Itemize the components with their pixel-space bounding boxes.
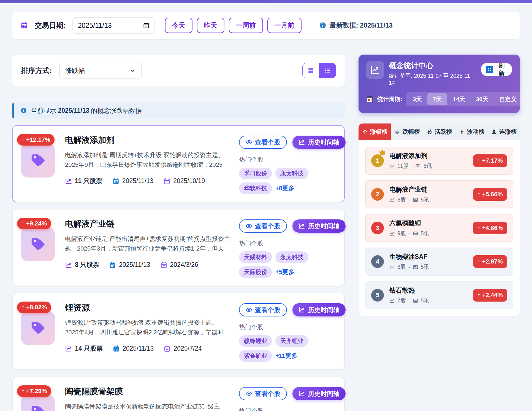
hot-stock-tag[interactable]: 孚日股份 bbox=[239, 168, 272, 179]
ranking-list: 1 电解液添加剂 11股 · 5讯 ↑ +7.17% bbox=[359, 140, 520, 316]
hot-stock-tag[interactable]: 紫金矿业 bbox=[239, 350, 272, 362]
period-option[interactable]: 3天 bbox=[407, 93, 427, 105]
concept-thumbnail bbox=[21, 395, 55, 411]
grid-view-button[interactable] bbox=[303, 63, 319, 78]
ranking-item[interactable]: 1 电解液添加剂 11股 · 5讯 ↑ +7.17% bbox=[365, 147, 513, 175]
rank-change-value: +2.44% bbox=[482, 292, 503, 299]
chart-line-icon bbox=[389, 264, 395, 270]
concept-card-actions: 查看个股 历史时间轴 热门个股 星源材质佛塑科技东峰集团+5更多 bbox=[239, 385, 336, 411]
rank-stock-count: 8股 bbox=[397, 263, 406, 271]
update-date-stat: 2025/11/13 bbox=[109, 261, 150, 268]
concept-thumbnail bbox=[21, 311, 55, 345]
concept-card-left: ↑ +12.17% bbox=[21, 133, 57, 194]
up-arrow-icon: ↑ bbox=[477, 191, 481, 198]
chart-line-icon bbox=[65, 178, 72, 185]
ranking-item[interactable]: 3 六氟磷酸锂 9股 · 5讯 ↑ +4.86% bbox=[365, 214, 513, 242]
hot-stock-tag[interactable]: 天齐锂业 bbox=[275, 335, 308, 347]
refresh-icon bbox=[486, 66, 493, 73]
stock-count-stat: 11 只股票 bbox=[65, 177, 102, 185]
create-date-stat: 2025/10/19 bbox=[163, 177, 205, 185]
rank-stock-count: 8股 bbox=[397, 196, 406, 203]
rank-info: 六氟磷酸锂 9股 · 5讯 bbox=[389, 219, 429, 237]
view-stocks-button[interactable]: 查看个股 bbox=[239, 136, 287, 149]
period-option[interactable]: 14天 bbox=[447, 93, 470, 105]
period-option[interactable]: 自定义 bbox=[494, 93, 522, 105]
ranking-tab-icon bbox=[427, 129, 433, 135]
view-stocks-button[interactable]: 查看个股 bbox=[239, 219, 287, 233]
concept-card-body: 电解液产业链 电解液产业链是“产能出清尾声+需求复苏初期”的拐点型投资主题。20… bbox=[65, 217, 231, 278]
date-picker-icon[interactable] bbox=[143, 22, 150, 29]
ranking-item[interactable]: 5 钻石散热 7股 · 5讯 ↑ +2.44% bbox=[365, 281, 513, 309]
more-stocks-link[interactable]: +8更多 bbox=[275, 184, 294, 192]
calendar-icon bbox=[109, 261, 116, 268]
quick-date-button[interactable]: 昨天 bbox=[197, 18, 224, 33]
more-stocks-link[interactable]: +11更多 bbox=[275, 352, 297, 360]
rank-concept-name: 生物柴油SAF bbox=[389, 252, 429, 261]
list-view-button[interactable] bbox=[319, 63, 336, 78]
ranking-tab[interactable]: 活跃榜 bbox=[423, 123, 455, 140]
rank-stock-count: 7股 bbox=[397, 297, 406, 304]
chart-line-icon bbox=[65, 261, 72, 268]
news-icon bbox=[413, 197, 418, 203]
hot-stock-tag[interactable]: 天赐材料 bbox=[239, 251, 272, 263]
sort-selected-value: 涨跌幅 bbox=[65, 66, 85, 75]
ranking-tab[interactable]: 连涨榜 bbox=[488, 123, 520, 140]
news-icon bbox=[413, 264, 418, 270]
ranking-item[interactable]: 4 生物柴油SAF 8股 · 5讯 ↑ +2.97% bbox=[365, 248, 513, 276]
concept-card-body: 陶瓷隔膜骨架膜 陶瓷隔膜骨架膜是技术创新驱动的固态电池产业链β升级主题。2025… bbox=[65, 385, 231, 411]
eye-icon bbox=[246, 307, 252, 313]
concept-card: ↑ +7.29% 陶瓷隔膜骨架膜 陶瓷隔膜骨架膜是技术创新驱动的固态电池产业链β… bbox=[12, 377, 345, 411]
quick-date-buttons: 今天昨天一周前一月前 bbox=[165, 18, 302, 33]
info-icon bbox=[319, 22, 326, 29]
history-timeline-button[interactable]: 历史时间轴 bbox=[292, 303, 346, 316]
trade-date-label: 交易日期: bbox=[35, 21, 66, 30]
dot-separator: · bbox=[408, 230, 410, 237]
stock-count-value: 14 只股票 bbox=[75, 344, 103, 353]
refresh-button[interactable]: 刷新 bbox=[481, 63, 512, 76]
create-date-value: 2025/7/24 bbox=[173, 345, 202, 352]
stats-chart-icon bbox=[366, 61, 384, 79]
hot-stock-tag[interactable]: 天际股份 bbox=[239, 266, 272, 278]
change-badge: ↑ +8.02% bbox=[17, 302, 51, 313]
history-timeline-button[interactable]: 历史时间轴 bbox=[292, 136, 346, 149]
ranking-tab[interactable]: 跌幅榜 bbox=[391, 123, 423, 140]
quick-date-button[interactable]: 一周前 bbox=[229, 18, 263, 33]
rank-change-value: +5.66% bbox=[482, 191, 503, 198]
chart-line-icon bbox=[298, 139, 305, 146]
concept-card: ↑ +12.17% 电解液添加剂 电解液添加剂是“周期反转+技术升级”双轮驱动的… bbox=[12, 125, 345, 202]
period-option[interactable]: 7天 bbox=[427, 93, 447, 105]
concept-description: 锂资源是“政策驱动+供给收缩”双重逻辑共振的投资主题。2025年4月，四川雅江官… bbox=[65, 318, 231, 338]
hot-stock-tag[interactable]: 华软科技 bbox=[239, 182, 272, 194]
view-stocks-button[interactable]: 查看个股 bbox=[239, 387, 287, 400]
period-option[interactable]: 30天 bbox=[471, 93, 494, 105]
update-date-value: 2025/11/13 bbox=[123, 345, 154, 352]
history-timeline-button[interactable]: 历史时间轴 bbox=[292, 219, 346, 233]
hot-stock-tag[interactable]: 永太科技 bbox=[275, 251, 308, 263]
view-stocks-button[interactable]: 查看个股 bbox=[239, 303, 287, 316]
ranking-item[interactable]: 2 电解液产业链 8股 · 5讯 ↑ +5.66% bbox=[365, 180, 513, 208]
ranking-tab-label: 活跃榜 bbox=[435, 128, 452, 136]
more-stocks-link[interactable]: +5更多 bbox=[275, 268, 294, 276]
ranking-tab[interactable]: 波动榜 bbox=[455, 123, 488, 140]
change-value: +8.02% bbox=[26, 304, 47, 311]
tag-icon bbox=[29, 152, 47, 169]
rank-stock-count: 9股 bbox=[397, 230, 406, 237]
history-timeline-button[interactable]: 历史时间轴 bbox=[292, 387, 346, 400]
quick-date-button[interactable]: 今天 bbox=[165, 18, 192, 33]
quick-date-button[interactable]: 一月前 bbox=[267, 18, 302, 33]
view-stocks-label: 查看个股 bbox=[255, 389, 280, 398]
dot-separator: · bbox=[411, 163, 413, 169]
rank-news-count: 5讯 bbox=[421, 196, 429, 203]
ranking-tab[interactable]: 涨幅榜 bbox=[359, 123, 391, 140]
sort-select[interactable]: 涨跌幅 bbox=[59, 63, 142, 79]
change-badge: ↑ +7.29% bbox=[17, 385, 51, 397]
date-input[interactable]: 2025/11/13 bbox=[72, 17, 155, 34]
rank-badge: 4 bbox=[371, 255, 384, 268]
rank-change-value: +4.86% bbox=[482, 224, 503, 232]
hot-stock-tag[interactable]: 赣锋锂业 bbox=[239, 335, 272, 347]
hot-stock-tag[interactable]: 永太科技 bbox=[275, 168, 308, 179]
sidebar: 概念统计中心 统计范围: 2025-11-07 至 2025-11-14 刷新 bbox=[359, 55, 520, 316]
period-calendar-icon bbox=[366, 96, 373, 103]
rank-concept-name: 电解液产业链 bbox=[389, 185, 429, 194]
concept-thumbnail bbox=[21, 227, 55, 261]
